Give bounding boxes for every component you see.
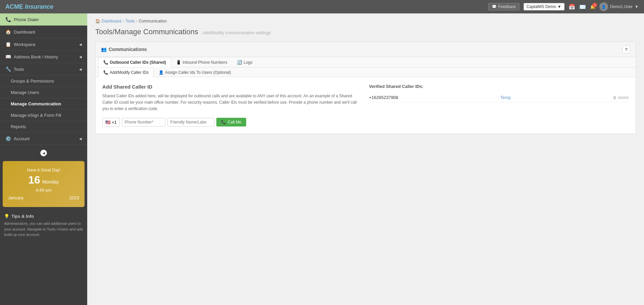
sidebar-item-manage-users[interactable]: Manage Users [0, 87, 87, 98]
friendly-name-input[interactable] [167, 118, 214, 126]
tips-section: 💡 Tips & Info Administrators, you can ad… [0, 210, 87, 242]
primary-tab-bar: 📞 Outbound Caller IDs (Shared) 📱 Inbound… [96, 57, 636, 67]
tools-icon: 🔧 [5, 66, 11, 72]
notification-area[interactable]: 🔔 3 [590, 4, 595, 9]
page-subtitle: Add/Modify communication settings [202, 30, 271, 35]
inbound-tab-label: Inbound Phone Numbers [182, 60, 227, 65]
groups-permissions-label: Groups & Permissions [11, 79, 54, 84]
sidebar-item-account[interactable]: ⚙️ Account ◀ [0, 133, 87, 145]
sidebar-item-phone-dialer[interactable]: 📞 Phone Dialer [0, 13, 87, 26]
account-arrow-icon: ◀ [79, 137, 82, 141]
assign-tab-label: Assign Caller Ids To Users (Optional) [165, 70, 231, 75]
outbound-tab-label: Outbound Caller IDs (Shared) [110, 60, 166, 65]
sidebar-item-tools[interactable]: 🔧 Tools ◀ [0, 63, 87, 75]
breadcrumb-communication: Communication [139, 19, 167, 23]
phone-number-input[interactable] [122, 118, 165, 126]
sidebar-label-address-book: Address Book / History [14, 54, 58, 59]
two-column-layout: Add Shared Caller ID Shared Caller IDs a… [102, 84, 629, 127]
sub-tab-assign[interactable]: 👤 Assign Caller Ids To Users (Optional) [154, 67, 236, 77]
notification-count: 3 [592, 3, 597, 7]
page-title: Tools/Manage Communications [95, 28, 198, 36]
breadcrumb-icon: 🏠 [95, 19, 100, 23]
logs-tab-icon: 🔄 [237, 60, 242, 65]
reports-label: Reports [11, 124, 26, 129]
sidebar-item-manage-esign[interactable]: Manage eSign & Form Fill [0, 110, 87, 121]
sidebar-item-reports[interactable]: Reports [0, 121, 87, 133]
inbound-tab-icon: 📱 [176, 60, 181, 65]
chevron-down-icon: ▼ [557, 4, 561, 9]
main-layout: 📞 Phone Dialer 🏠 Dashboard 📋 Workspace ◀… [0, 13, 644, 305]
mail-button[interactable]: ✉️ [579, 4, 586, 10]
sidebar: 📞 Phone Dialer 🏠 Dashboard 📋 Workspace ◀… [0, 13, 87, 305]
tab-inbound[interactable]: 📱 Inbound Phone Numbers [171, 57, 232, 67]
trash-icon: 🗑 [613, 95, 617, 100]
breadcrumb-dashboard[interactable]: Dashboard [102, 19, 121, 23]
sidebar-label-dashboard: Dashboard [14, 30, 35, 35]
sidebar-item-dashboard[interactable]: 🏠 Dashboard [0, 26, 87, 38]
sidebar-item-manage-communication[interactable]: Manage Communication [0, 98, 87, 110]
country-flag-button[interactable]: 🇺🇸 +1 [102, 118, 120, 127]
user-menu[interactable]: 👤 Demo1.User ▼ [599, 2, 639, 11]
date-widget: Have A Great Day! 16 Monday 4:49 pm Janu… [3, 161, 85, 207]
feedback-icon: 💬 [492, 4, 497, 9]
topnav-right: 💬 Feedback CaptalMS Demo ▼ 📅 ✉️ 🔔 3 👤 De… [488, 2, 639, 11]
tab-logs[interactable]: 🔄 Logs [232, 57, 257, 67]
manage-communication-label: Manage Communication [11, 101, 61, 106]
delete-link[interactable]: 🗑 delete [613, 95, 629, 100]
add-caller-id-section: Add Shared Caller ID Shared Caller IDs a… [102, 84, 362, 127]
workspace-arrow-icon: ◀ [79, 43, 82, 46]
section-description: Shared Caller IDs added here, will be di… [102, 93, 362, 112]
sidebar-collapse-button[interactable]: ◀ [40, 150, 47, 156]
verified-name-link[interactable]: Temp [500, 95, 511, 100]
tab-outbound[interactable]: 📞 Outbound Caller IDs (Shared) [98, 57, 171, 67]
sub-tab-bar: 📞 Add/Modify Caller IDs 👤 Assign Caller … [96, 67, 636, 77]
tools-arrow-icon: ◀ [79, 67, 82, 71]
tips-title: 💡 Tips & Info [4, 214, 83, 219]
sidebar-label-workspace: Workspace [14, 42, 36, 47]
content-body: Add Shared Caller ID Shared Caller IDs a… [96, 77, 636, 134]
user-chevron-icon: ▼ [635, 4, 639, 9]
address-book-arrow-icon: ◀ [79, 55, 82, 59]
sidebar-label-phone-dialer: Phone Dialer [14, 17, 39, 22]
date-greeting: Have A Great Day! [8, 168, 79, 172]
workspace-selector-label: CaptalMS Demo [527, 4, 556, 9]
breadcrumb-tools[interactable]: Tools [125, 19, 135, 23]
manage-users-label: Manage Users [11, 90, 39, 95]
address-book-icon: 📖 [5, 54, 11, 59]
sub-tab-add-modify[interactable]: 📞 Add/Modify Caller IDs [98, 67, 154, 77]
top-navbar: ACME Insurance 💬 Feedback CaptalMS Demo … [0, 0, 644, 13]
call-me-label: Call Me [228, 120, 241, 124]
main-content: 🏠 Dashboard › Tools › Communication Tool… [87, 13, 644, 305]
phone-prefix: +1 [112, 120, 117, 125]
phone-dialer-icon: 📞 [5, 17, 11, 22]
sidebar-item-address-book[interactable]: 📖 Address Book / History ◀ [0, 51, 87, 63]
phone-call-icon: 📞 [221, 120, 226, 124]
card-header-title: 👥 Communications [101, 47, 147, 52]
verified-caller-ids-section: Verified Shared Caller IDs: +16265237908… [369, 84, 629, 127]
verified-caller-id-row: +16265237908 Temp 🗑 delete [369, 93, 629, 102]
sidebar-item-groups-permissions[interactable]: Groups & Permissions [0, 75, 87, 87]
dashboard-icon: 🏠 [5, 29, 11, 35]
sidebar-label-account: Account [14, 136, 30, 141]
section-title: Add Shared Caller ID [102, 84, 362, 90]
help-button[interactable]: ? [622, 45, 630, 53]
calendar-button[interactable]: 📅 [569, 4, 575, 10]
month-label: January [8, 195, 23, 200]
avatar: 👤 [599, 2, 608, 11]
add-modify-tab-icon: 📞 [103, 70, 108, 75]
year-label: 2023 [69, 195, 79, 200]
call-me-button[interactable]: 📞 Call Me [216, 118, 246, 126]
add-modify-tab-label: Add/Modify Caller IDs [110, 70, 149, 75]
workspace-selector[interactable]: CaptalMS Demo ▼ [524, 3, 565, 10]
sidebar-item-workspace[interactable]: 📋 Workspace ◀ [0, 38, 87, 51]
logo-acme: ACME [5, 3, 23, 10]
feedback-button[interactable]: 💬 Feedback [488, 3, 520, 10]
logo-brand: Insurance [25, 3, 53, 10]
day-name: Monday [42, 179, 59, 185]
phone-input-row: 🇺🇸 +1 📞 Call Me [102, 118, 362, 127]
time-display: 4:49 pm [8, 188, 79, 193]
users-icon: 👥 [101, 47, 107, 52]
verified-number: +16265237908 [369, 95, 398, 100]
day-number: 16 [28, 174, 40, 186]
user-label: Demo1.User [610, 4, 633, 9]
